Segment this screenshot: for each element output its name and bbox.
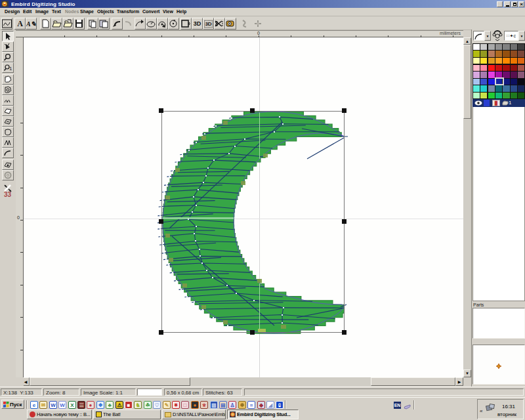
svg-text:1: 1 xyxy=(9,66,12,72)
